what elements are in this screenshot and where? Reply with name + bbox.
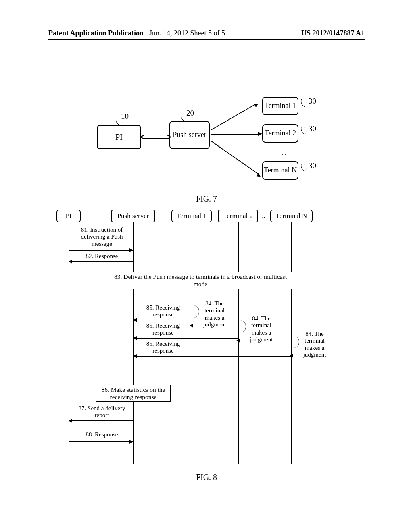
msg-82-label: 82. Response: [79, 253, 125, 260]
arrow-to-t2-icon: [211, 134, 260, 135]
terminal-1-label: Terminal 1: [265, 102, 296, 110]
terminal-2-label: Terminal 2: [265, 129, 296, 138]
header-divider: [48, 39, 365, 40]
judge-arrow-a-icon: [190, 324, 193, 328]
msg-86-label: 86. Make statistics on the receiving res…: [98, 386, 169, 401]
msg-85b-arrow-icon: [133, 338, 238, 339]
figure-8: PI Push server Terminal 1 Terminal 2 ...…: [56, 210, 367, 468]
msg-81-arrow-icon: [69, 250, 133, 251]
arrow-to-t1-icon: [211, 105, 254, 131]
terminal-n-label: Terminal N: [264, 166, 297, 175]
pi-node: PI: [97, 125, 141, 149]
lane-ellipsis: ...: [260, 212, 265, 220]
push-server-node: Push server: [169, 121, 210, 149]
terminal-1-node: Terminal 1: [262, 97, 298, 115]
msg-88-label: 88. Response: [79, 431, 125, 438]
arrow-head-t2-icon: [258, 132, 262, 136]
arrow-to-tn-icon: [210, 140, 260, 176]
ref-10: 10: [121, 112, 129, 121]
msg-87-arrow-icon: [69, 420, 133, 421]
msg-84a-label: 84. The terminal makes a judgment: [198, 300, 231, 328]
lane-tn-line: [291, 222, 292, 464]
judge-arrow-b-icon: [236, 339, 240, 343]
ref-arc-30b: [299, 127, 308, 135]
lane-t1-line: [192, 222, 192, 464]
msg-86-box: 86. Make statistics on the receiving res…: [96, 385, 171, 402]
msg-85a-label: 85. Receiving response: [138, 304, 188, 318]
terminals-ellipsis: ...: [282, 149, 286, 156]
msg-85c-label: 85. Receiving response: [138, 341, 188, 355]
figure-7-caption: FIG. 7: [0, 194, 413, 204]
figure-8-caption: FIG. 8: [0, 473, 413, 482]
lane-terminal-n: Terminal N: [270, 210, 313, 222]
msg-87-label: 87. Send a delivery report: [77, 405, 127, 419]
lane-pi-line: [69, 222, 69, 464]
msg-88-arrow-icon: [69, 441, 133, 442]
ref-arc-30c: [299, 164, 308, 172]
msg-85c-arrow-icon: [133, 356, 291, 357]
bidirectional-arrow-icon: [143, 135, 168, 139]
msg-81-label: 81. Instruction of delivering a Push mes…: [73, 227, 131, 247]
header-patent-number: US 2012/0147887 A1: [301, 29, 365, 37]
msg-84c-label: 84. The terminal makes a judgment: [298, 330, 331, 358]
ref-30b: 30: [309, 124, 316, 133]
ref-arc-30a: [299, 99, 308, 108]
lane-push-line: [133, 222, 134, 464]
msg-85a-arrow-icon: [133, 320, 191, 320]
msg-84b-label: 84. The terminal makes a judgment: [245, 315, 277, 343]
arrow-head-t1-icon: [254, 102, 260, 108]
figure-7: PI Push server Terminal 1 Terminal 2 ...…: [81, 93, 331, 189]
terminal-2-node: Terminal 2: [262, 124, 298, 143]
lane-t2-line: [238, 222, 239, 464]
msg-85b-label: 85. Receiving response: [138, 322, 188, 337]
msg-83-label: 83. Deliver the Push message to terminal…: [108, 273, 293, 288]
ref-30c: 30: [309, 161, 316, 170]
lane-pi: PI: [56, 210, 81, 222]
lane-terminal-1: Terminal 1: [171, 210, 212, 222]
push-server-label: Push server: [173, 131, 206, 139]
ref-20: 20: [186, 109, 194, 118]
lane-push-server: Push server: [111, 210, 155, 222]
lane-terminal-2: Terminal 2: [218, 210, 258, 222]
header-publication: Patent Application Publication: [48, 29, 144, 37]
ref-30a: 30: [309, 97, 316, 106]
msg-82-arrow-icon: [69, 261, 133, 262]
header-date-sheet: Jun. 14, 2012 Sheet 5 of 5: [149, 29, 225, 37]
terminal-n-node: Terminal N: [262, 161, 298, 180]
msg-83-box: 83. Deliver the Push message to terminal…: [106, 272, 295, 289]
